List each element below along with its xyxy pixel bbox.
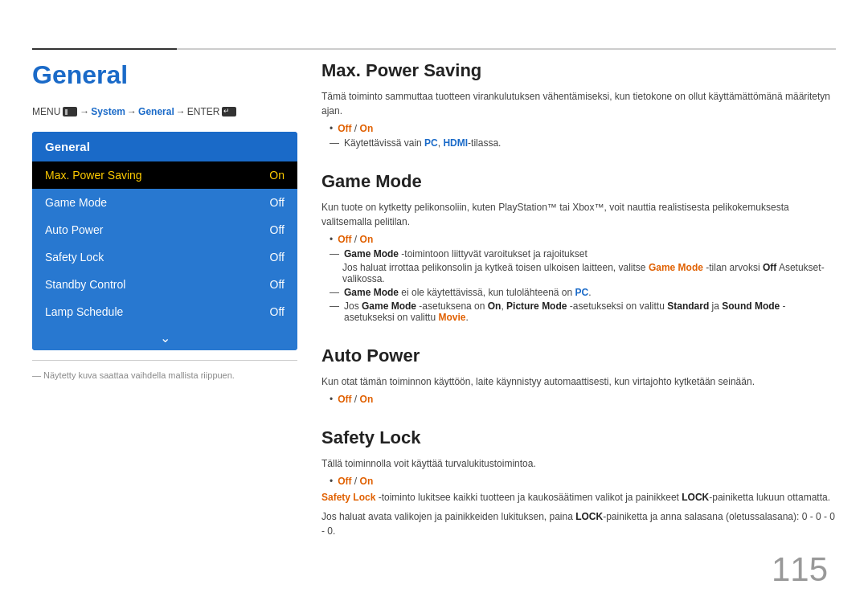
menu-item-max-power-saving[interactable]: Max. Power Saving On bbox=[32, 161, 297, 189]
safety-lock-bullet: Off / On bbox=[330, 476, 836, 487]
menu-item-label: Safety Lock bbox=[45, 251, 104, 264]
game-mode-bullet: Off / On bbox=[330, 234, 836, 245]
dash-text: Käytettävissä vain PC, HDMI-tilassa. bbox=[344, 137, 501, 149]
left-panel: General MENU → System → General → ENTER … bbox=[32, 60, 297, 382]
arrow3: → bbox=[176, 106, 186, 117]
menu-label: MENU bbox=[32, 106, 60, 117]
off-on-label: Off / On bbox=[338, 394, 373, 405]
off-on-label: Off / On bbox=[338, 123, 373, 134]
section-title-auto-power: Auto Power bbox=[321, 345, 836, 366]
off-on-label: Off / On bbox=[338, 476, 373, 487]
menu-item-game-mode[interactable]: Game Mode Off bbox=[32, 189, 297, 216]
page-number: 115 bbox=[772, 550, 828, 589]
max-power-saving-dash: Käytettävissä vain PC, HDMI-tilassa. bbox=[330, 137, 836, 149]
page-title: General bbox=[32, 60, 297, 90]
section-game-mode: Game Mode Kun tuote on kytketty pelikons… bbox=[321, 171, 836, 323]
menu-item-value: Off bbox=[270, 196, 285, 209]
section-safety-lock: Safety Lock Tällä toiminnolla voit käytt… bbox=[321, 427, 836, 538]
auto-power-text: Kun otat tämän toiminnon käyttöön, laite… bbox=[321, 374, 836, 389]
menu-item-auto-power[interactable]: Auto Power Off bbox=[32, 216, 297, 243]
menu-item-label: Max. Power Saving bbox=[45, 169, 142, 182]
safety-lock-extra1: Safety Lock -toiminto lukitsee kaikki tu… bbox=[321, 490, 836, 505]
off-on-label: Off / On bbox=[338, 234, 373, 245]
left-footer: — Näytetty kuva saattaa vaihdella mallis… bbox=[32, 360, 297, 382]
section-title-safety-lock: Safety Lock bbox=[321, 427, 836, 448]
menu-item-standby-control[interactable]: Standby Control Off bbox=[32, 271, 297, 298]
menu-item-label: Game Mode bbox=[45, 196, 107, 209]
menu-item-value: On bbox=[269, 169, 285, 182]
game-mode-note1: Jos haluat irrottaa pelikonsolin ja kytk… bbox=[342, 262, 836, 284]
general-label: General bbox=[138, 106, 174, 117]
game-mode-dash2: Game Mode ei ole käytettävissä, kun tulo… bbox=[330, 287, 836, 298]
enter-label: ENTER bbox=[187, 106, 220, 117]
dash-text: Game Mode -toimintoon liittyvät varoituk… bbox=[344, 248, 588, 260]
menu-item-value: Off bbox=[270, 223, 285, 236]
safety-lock-extra2: Jos haluat avata valikojen ja painikkeid… bbox=[321, 509, 836, 538]
menu-chevron-down[interactable]: ⌄ bbox=[32, 325, 297, 350]
menu-box: General Max. Power Saving On Game Mode O… bbox=[32, 132, 297, 350]
arrow1: → bbox=[80, 106, 89, 117]
menu-item-label: Auto Power bbox=[45, 223, 103, 236]
right-panel: Max. Power Saving Tämä toiminto sammutta… bbox=[321, 60, 836, 561]
auto-power-bullet: Off / On bbox=[330, 394, 836, 405]
arrow2: → bbox=[127, 106, 137, 117]
section-max-power-saving: Max. Power Saving Tämä toiminto sammutta… bbox=[321, 60, 836, 149]
enter-icon bbox=[222, 107, 236, 116]
safety-lock-text: Tällä toiminnolla voit käyttää turvaluki… bbox=[321, 456, 836, 471]
section-title-max-power-saving: Max. Power Saving bbox=[321, 60, 836, 81]
dash-text: Jos Game Mode -asetuksena on On, Picture… bbox=[344, 300, 836, 323]
menu-item-label: Standby Control bbox=[45, 278, 125, 291]
menu-item-value: Off bbox=[270, 251, 285, 264]
menu-path: MENU → System → General → ENTER bbox=[32, 106, 297, 117]
game-mode-text: Kun tuote on kytketty pelikonsoliin, kut… bbox=[321, 200, 836, 229]
max-power-saving-bullet: Off / On bbox=[330, 123, 836, 134]
menu-item-label: Lamp Schedule bbox=[45, 305, 123, 318]
footer-note: — Näytetty kuva saattaa vaihdella mallis… bbox=[32, 370, 235, 380]
top-divider-accent bbox=[32, 48, 177, 50]
dash-text: Game Mode ei ole käytettävissä, kun tulo… bbox=[344, 287, 592, 298]
menu-item-value: Off bbox=[270, 305, 285, 318]
menu-item-value: Off bbox=[270, 278, 285, 291]
menu-icon bbox=[63, 107, 77, 116]
max-power-saving-text: Tämä toiminto sammuttaa tuotteen viranku… bbox=[321, 89, 836, 118]
system-label: System bbox=[91, 106, 125, 117]
menu-item-safety-lock[interactable]: Safety Lock Off bbox=[32, 243, 297, 271]
menu-item-lamp-schedule[interactable]: Lamp Schedule Off bbox=[32, 298, 297, 325]
menu-box-header: General bbox=[32, 132, 297, 161]
section-title-game-mode: Game Mode bbox=[321, 171, 836, 192]
section-auto-power: Auto Power Kun otat tämän toiminnon käyt… bbox=[321, 345, 836, 405]
game-mode-dash1: Game Mode -toimintoon liittyvät varoituk… bbox=[330, 248, 836, 260]
game-mode-dash3: Jos Game Mode -asetuksena on On, Picture… bbox=[330, 300, 836, 323]
